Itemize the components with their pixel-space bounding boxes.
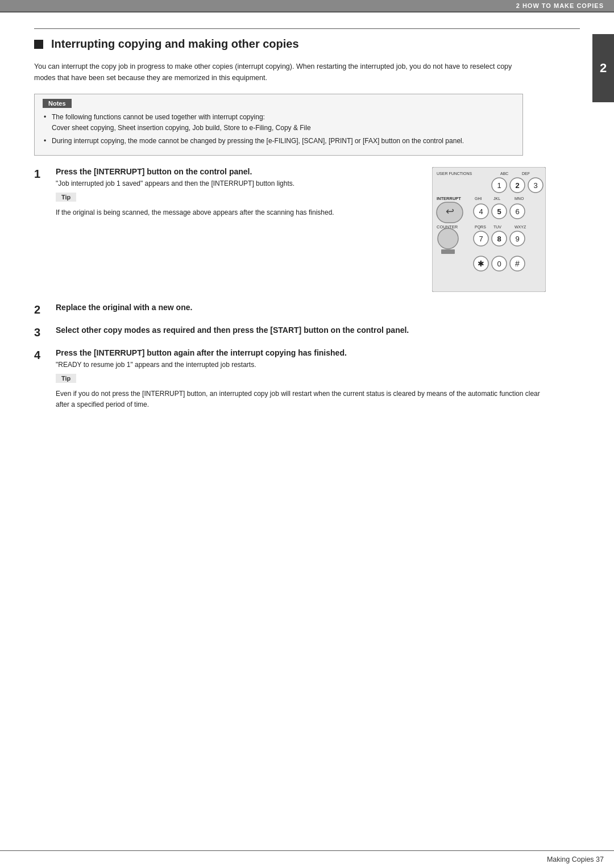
svg-text:MNO: MNO — [515, 197, 524, 201]
svg-text:5: 5 — [497, 207, 501, 215]
tip-1-text: If the original is being scanned, the me… — [56, 207, 418, 218]
step-2: 2 Replace the original with a new one. — [34, 303, 546, 316]
step-3: 3 Select other copy modes as required an… — [34, 326, 546, 339]
main-content: Interrupting copying and making other co… — [0, 11, 614, 443]
chapter-number: 2 — [600, 61, 607, 76]
step-3-number: 3 — [34, 326, 52, 339]
svg-text:✱: ✱ — [478, 258, 484, 268]
svg-text:DEF: DEF — [522, 172, 530, 176]
svg-text:↩: ↩ — [446, 206, 454, 217]
title-square-icon — [34, 40, 43, 49]
step-4: 4 Press the [INTERRUPT] button again aft… — [34, 348, 546, 412]
svg-text:JKL: JKL — [493, 197, 500, 201]
keypad-svg: USER FUNCTIONS ABC DEF 1 2 3 INTERRUPT — [432, 167, 546, 292]
step-1: 1 Press the [INTERRUPT] button on the co… — [34, 167, 546, 294]
svg-text:GHI: GHI — [475, 197, 482, 201]
notes-box: Notes The following functions cannot be … — [34, 94, 523, 156]
step-1-content: Press the [INTERRUPT] button on the cont… — [56, 167, 546, 294]
section-title: Interrupting copying and making other co… — [34, 37, 580, 51]
svg-text:9: 9 — [515, 234, 519, 243]
svg-text:6: 6 — [515, 207, 519, 215]
footer: Making Copies 37 — [0, 850, 614, 868]
keypad-image: USER FUNCTIONS ABC DEF 1 2 3 INTERRUPT — [432, 167, 546, 294]
svg-text:INTERRUPT: INTERRUPT — [437, 196, 461, 201]
svg-text:0: 0 — [497, 259, 501, 268]
top-divider — [34, 28, 580, 29]
step-1-desc: "Job interrupted job 1 saved" appears an… — [56, 178, 418, 189]
svg-text:7: 7 — [479, 234, 483, 243]
note-item-2: During interrupt copying, the mode canno… — [43, 136, 515, 147]
svg-text:ABC: ABC — [500, 172, 508, 176]
step-1-number: 1 — [34, 167, 52, 181]
step-1-title: Press the [INTERRUPT] button on the cont… — [56, 167, 418, 176]
svg-rect-39 — [441, 249, 455, 254]
step-3-title: Select other copy modes as required and … — [56, 326, 546, 335]
svg-text:8: 8 — [497, 234, 501, 243]
notes-label: Notes — [43, 99, 72, 108]
tip-4-text: Even if you do not press the [INTERRUPT]… — [56, 389, 546, 410]
step-4-number: 4 — [34, 348, 52, 362]
svg-point-26 — [438, 228, 458, 249]
svg-text:USER FUNCTIONS: USER FUNCTIONS — [437, 172, 472, 176]
step-2-content: Replace the original with a new one. — [56, 303, 546, 314]
header-text: 2 HOW TO MAKE COPIES — [516, 2, 604, 9]
right-chapter-tab: 2 — [592, 34, 614, 102]
intro-paragraph: You can interrupt the copy job in progre… — [34, 61, 523, 84]
step-3-content: Select other copy modes as required and … — [56, 326, 546, 337]
header-bar: 2 HOW TO MAKE COPIES — [0, 0, 614, 11]
footer-text: Making Copies 37 — [547, 856, 604, 863]
svg-text:#: # — [515, 258, 520, 268]
svg-text:1: 1 — [497, 181, 501, 189]
svg-text:2: 2 — [515, 181, 519, 189]
notes-list: The following functions cannot be used t… — [43, 112, 515, 147]
step-4-content: Press the [INTERRUPT] button again after… — [56, 348, 546, 412]
step-2-title: Replace the original with a new one. — [56, 303, 546, 312]
svg-text:TUV: TUV — [493, 225, 501, 229]
svg-text:PQRS: PQRS — [475, 225, 486, 229]
section-title-text: Interrupting copying and making other co… — [51, 37, 299, 51]
svg-text:4: 4 — [479, 207, 483, 215]
svg-text:WXYZ: WXYZ — [515, 225, 526, 229]
step-1-text: Press the [INTERRUPT] button on the cont… — [56, 167, 418, 219]
step-2-number: 2 — [34, 303, 52, 316]
step-4-title: Press the [INTERRUPT] button again after… — [56, 348, 546, 357]
tip-1-label: Tip — [56, 193, 76, 202]
svg-text:3: 3 — [533, 181, 537, 189]
note-item-1: The following functions cannot be used t… — [43, 112, 515, 133]
tip-4-label: Tip — [56, 374, 76, 383]
step-4-desc: "READY to resume job 1" appears and the … — [56, 360, 546, 370]
